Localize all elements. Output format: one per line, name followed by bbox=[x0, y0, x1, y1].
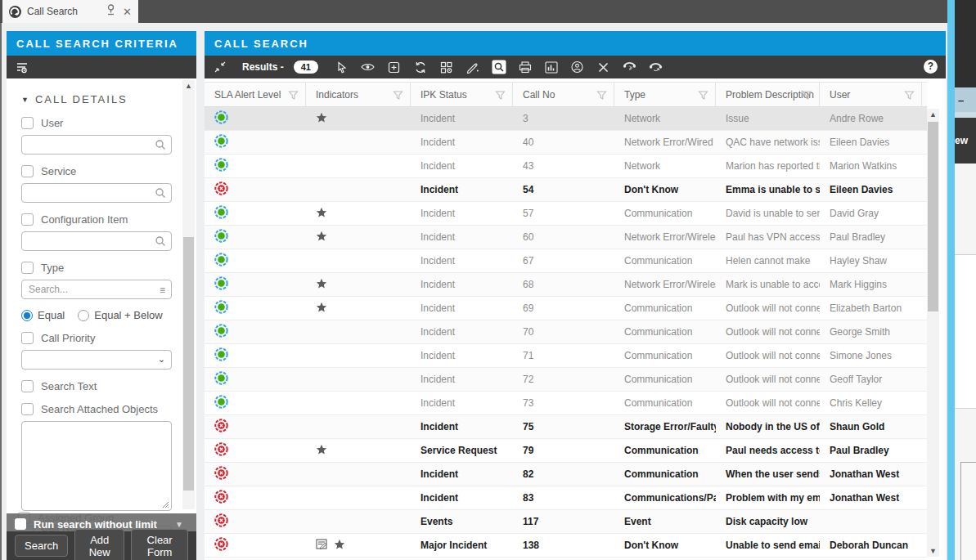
table-row[interactable]: Major Incident138Don't KnowUnable to sen… bbox=[205, 534, 927, 558]
search-box-icon[interactable] bbox=[490, 59, 508, 75]
call-priority-checkbox[interactable] bbox=[21, 332, 34, 344]
service-checkbox-row[interactable]: Service bbox=[21, 165, 172, 177]
ipk-status-cell: Incident bbox=[411, 297, 513, 320]
table-row[interactable]: Incident71CommunicationOutlook will not … bbox=[205, 344, 927, 368]
column-header-problem-description[interactable]: Problem Description bbox=[716, 83, 820, 106]
sidebar-scrollbar[interactable]: ▲ bbox=[182, 80, 195, 509]
filter-funnel-icon[interactable] bbox=[288, 90, 299, 103]
call-no-cell: 79 bbox=[513, 439, 614, 462]
scroll-up-icon[interactable]: ▲ bbox=[927, 110, 939, 119]
service-search-input[interactable] bbox=[21, 183, 172, 203]
pointer-icon[interactable] bbox=[333, 59, 351, 75]
config-item-checkbox-row[interactable]: Configuration Item bbox=[21, 213, 172, 226]
section-call-details[interactable]: ▼ CALL DETAILS bbox=[21, 93, 172, 105]
table-row[interactable]: Incident75Storage Error/FaultyNobody in … bbox=[205, 415, 927, 439]
background-minimize-button[interactable]: – bbox=[955, 87, 976, 112]
table-row[interactable]: Incident83Communications/Pager *Problem … bbox=[205, 486, 927, 510]
type-checkbox-row[interactable]: Type bbox=[21, 262, 172, 274]
config-item-checkbox[interactable] bbox=[21, 213, 34, 226]
problem-description-cell: Outlook will not connect bbox=[716, 392, 820, 414]
pin-icon[interactable] bbox=[106, 4, 115, 19]
resize-handle-icon[interactable] bbox=[161, 500, 169, 508]
table-row[interactable]: Incident72CommunicationOutlook will not … bbox=[205, 368, 927, 392]
filter-funnel-icon[interactable] bbox=[698, 90, 708, 103]
search-text-checkbox-row[interactable]: Search Text bbox=[21, 380, 172, 392]
search-attached-checkbox[interactable] bbox=[21, 403, 34, 415]
filter-funnel-icon[interactable] bbox=[495, 90, 506, 103]
signature-icon[interactable] bbox=[464, 59, 482, 75]
search-button[interactable]: Search bbox=[15, 535, 68, 557]
tab-call-search[interactable]: Call Search ✕ bbox=[2, 0, 138, 23]
config-item-search-input[interactable] bbox=[21, 231, 172, 251]
table-row[interactable]: Service Request79CommunicationPaul needs… bbox=[205, 439, 927, 463]
radio-equal-below-button[interactable] bbox=[78, 310, 89, 321]
scroll-down-icon[interactable]: ▼ bbox=[175, 520, 183, 529]
add-box-icon[interactable] bbox=[385, 59, 403, 75]
collapse-icon[interactable] bbox=[211, 59, 229, 75]
table-row[interactable]: Incident57CommunicationDavid is unable t… bbox=[205, 202, 927, 226]
close-x-icon[interactable] bbox=[595, 59, 613, 75]
table-row[interactable]: Incident40Network Error/WiredQAC have ne… bbox=[205, 131, 927, 155]
star-icon bbox=[316, 444, 327, 458]
column-label: IPK Status bbox=[421, 89, 467, 101]
table-row[interactable]: Incident54Don't KnowEmma is unable to se… bbox=[205, 178, 927, 202]
call-priority-checkbox-row[interactable]: Call Priority bbox=[21, 332, 172, 344]
user-checkbox[interactable] bbox=[21, 117, 34, 129]
scrollbar-thumb[interactable] bbox=[183, 237, 194, 491]
column-header-user[interactable]: User bbox=[820, 83, 922, 106]
radio-equal-button[interactable] bbox=[21, 310, 33, 321]
filter-funnel-icon[interactable] bbox=[393, 90, 403, 103]
type-checkbox[interactable] bbox=[21, 262, 34, 274]
table-row[interactable]: Incident43NetworkMarion has reported tha… bbox=[205, 155, 927, 178]
refresh-icon[interactable] bbox=[412, 59, 430, 75]
tab-close-icon[interactable]: ✕ bbox=[123, 6, 132, 18]
table-row[interactable]: Incident60Network Error/WirelessPaul has… bbox=[205, 226, 927, 249]
table-row[interactable]: Incident73CommunicationOutlook will not … bbox=[205, 392, 927, 415]
chart-box-icon[interactable] bbox=[542, 59, 560, 75]
user-link-icon[interactable] bbox=[569, 59, 587, 75]
add-new-button[interactable]: Add New bbox=[74, 529, 124, 560]
search-attached-checkbox-row[interactable]: Search Attached Objects bbox=[21, 403, 172, 415]
table-row[interactable]: Incident69CommunicationOutlook will not … bbox=[205, 297, 927, 320]
table-row[interactable]: Incident70CommunicationOutlook will not … bbox=[205, 320, 927, 344]
filter-settings-icon[interactable] bbox=[13, 59, 31, 75]
table-row[interactable]: Incident82CommunicationWhen the user sen… bbox=[205, 463, 927, 486]
column-header-type[interactable]: Type bbox=[614, 83, 716, 106]
column-header-call-no[interactable]: Call No bbox=[513, 83, 614, 106]
scrollbar-thumb[interactable] bbox=[928, 122, 938, 311]
table-row[interactable]: Incident67CommunicationHelen cannot make… bbox=[205, 249, 927, 273]
filter-funnel-icon[interactable] bbox=[596, 90, 607, 103]
table-scrollbar[interactable]: ▲ ▼ bbox=[927, 109, 939, 557]
run-without-limit-checkbox[interactable] bbox=[15, 518, 26, 530]
help-icon[interactable]: ? bbox=[924, 60, 938, 74]
table-row[interactable]: Incident68Network Error/WirelessMark is … bbox=[205, 273, 927, 297]
filter-funnel-icon[interactable] bbox=[904, 90, 915, 103]
scroll-up-icon[interactable]: ▲ bbox=[182, 82, 195, 90]
type-search-input[interactable]: Search... ≡ bbox=[21, 280, 172, 299]
service-checkbox[interactable] bbox=[21, 165, 34, 177]
column-header-sla-alert-level[interactable]: SLA Alert Level bbox=[205, 83, 306, 106]
criteria-toolbar bbox=[7, 56, 196, 78]
scroll-down-icon[interactable]: ▼ bbox=[927, 547, 939, 555]
user-search-input[interactable] bbox=[21, 135, 172, 155]
filter-funnel-icon[interactable] bbox=[802, 90, 812, 103]
column-header-indicators[interactable]: Indicators bbox=[306, 83, 411, 106]
search-attached-textarea[interactable] bbox=[21, 421, 172, 511]
radio-equal[interactable]: Equal bbox=[21, 309, 65, 321]
search-text-checkbox[interactable] bbox=[21, 380, 34, 392]
sla-alert-cell bbox=[205, 107, 306, 130]
ipk-status-cell: Incident bbox=[411, 131, 513, 154]
print-icon[interactable] bbox=[516, 59, 534, 75]
grid-settings-icon[interactable] bbox=[438, 59, 456, 75]
user-checkbox-row[interactable]: User bbox=[21, 117, 172, 129]
clear-form-button[interactable]: Clear Form bbox=[131, 529, 188, 560]
indicators-cell bbox=[306, 510, 411, 533]
call-priority-select[interactable]: ⌄ bbox=[21, 350, 172, 370]
table-row[interactable]: Incident3NetworkIssueAndre Rowe bbox=[205, 107, 927, 131]
phone-icon[interactable] bbox=[621, 59, 639, 75]
eye-icon[interactable] bbox=[359, 59, 377, 75]
column-header-ipk-status[interactable]: IPK Status bbox=[411, 83, 513, 106]
radio-equal-below[interactable]: Equal + Below bbox=[78, 309, 162, 321]
phone-forward-icon[interactable] bbox=[647, 59, 665, 75]
table-row[interactable]: Events117EventDisk capacity low bbox=[205, 510, 927, 534]
